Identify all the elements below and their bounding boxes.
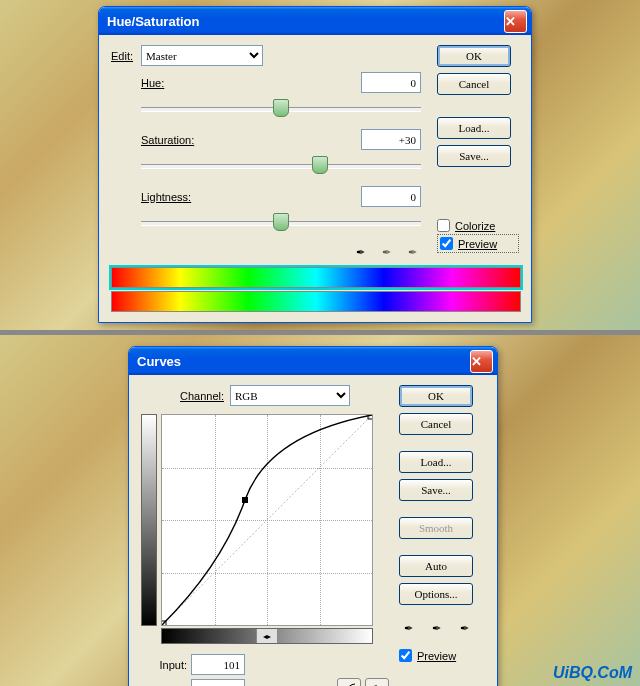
curves-dialog: Curves ✕ Channel: RGB	[128, 346, 498, 686]
lightness-label: Lightness:	[141, 191, 361, 203]
eyedropper-icon[interactable]: ✒	[351, 243, 369, 261]
eyedropper-plus-icon[interactable]: ✒	[377, 243, 395, 261]
options-button[interactable]: Options...	[399, 583, 473, 605]
curves-graph[interactable]	[161, 414, 373, 626]
hue-gradient-bar-2	[111, 291, 521, 312]
dialog-title: Hue/Saturation	[107, 14, 504, 29]
svg-line-0	[162, 415, 372, 625]
pencil-tool-icon[interactable]: ✎	[365, 678, 389, 686]
preview-checkbox-row[interactable]: Preview	[437, 234, 519, 253]
titlebar[interactable]: Hue/Saturation ✕	[99, 7, 531, 35]
input-gradient[interactable]: ◂▸	[161, 628, 373, 644]
close-button[interactable]: ✕	[504, 10, 527, 33]
input-label: Input:	[141, 659, 187, 671]
auto-button[interactable]: Auto	[399, 555, 473, 577]
load-button[interactable]: Load...	[399, 451, 473, 473]
black-point-eyedropper-icon[interactable]: ✒	[399, 619, 417, 637]
colorize-checkbox[interactable]	[437, 219, 450, 232]
preview-checkbox[interactable]	[399, 649, 412, 662]
preview-label: Preview	[458, 238, 497, 250]
save-button[interactable]: Save...	[399, 479, 473, 501]
edit-select[interactable]: Master	[141, 45, 263, 66]
close-button[interactable]: ✕	[470, 350, 493, 373]
colorize-checkbox-row[interactable]: Colorize	[437, 217, 519, 234]
save-button[interactable]: Save...	[437, 145, 511, 167]
input-field[interactable]	[191, 654, 245, 675]
gradient-swap-icon[interactable]: ◂▸	[256, 629, 278, 643]
curve-tool-icon[interactable]	[337, 678, 361, 686]
ok-button[interactable]: OK	[399, 385, 473, 407]
preview-label: Preview	[417, 650, 456, 662]
hue-label: Hue:	[141, 77, 361, 89]
edit-label: Edit:	[111, 50, 133, 62]
ok-button[interactable]: OK	[437, 45, 511, 67]
titlebar[interactable]: Curves ✕	[129, 347, 497, 375]
slider-thumb[interactable]	[273, 213, 289, 231]
eyedropper-minus-icon[interactable]: ✒	[403, 243, 421, 261]
load-button[interactable]: Load...	[437, 117, 511, 139]
hue-slider[interactable]	[141, 99, 421, 119]
saturation-label: Saturation:	[141, 134, 361, 146]
close-icon: ✕	[505, 14, 526, 29]
slider-thumb[interactable]	[312, 156, 328, 174]
preview-checkbox[interactable]	[440, 237, 453, 250]
hue-field[interactable]	[361, 72, 421, 93]
preview-checkbox-row[interactable]: Preview	[399, 647, 485, 664]
dialog-title: Curves	[137, 354, 470, 369]
saturation-slider[interactable]	[141, 156, 421, 176]
channel-label: Channel:	[180, 390, 224, 402]
gray-point-eyedropper-icon[interactable]: ✒	[427, 619, 445, 637]
colorize-label: Colorize	[455, 220, 495, 232]
curve-svg	[162, 415, 372, 625]
output-gradient	[141, 414, 157, 626]
smooth-button: Smooth	[399, 517, 473, 539]
close-icon: ✕	[471, 354, 492, 369]
saturation-field[interactable]	[361, 129, 421, 150]
hue-saturation-dialog: Hue/Saturation ✕ Edit: Master Hue: Satur…	[98, 6, 532, 323]
cancel-button[interactable]: Cancel	[399, 413, 473, 435]
curve-point[interactable]	[242, 497, 248, 503]
channel-select[interactable]: RGB	[230, 385, 350, 406]
slider-thumb[interactable]	[273, 99, 289, 117]
white-point-eyedropper-icon[interactable]: ✒	[455, 619, 473, 637]
cancel-button[interactable]: Cancel	[437, 73, 511, 95]
output-field[interactable]	[191, 679, 245, 686]
hue-gradient-bar	[111, 267, 521, 288]
lightness-field[interactable]	[361, 186, 421, 207]
watermark: UiBQ.CoM	[553, 664, 632, 682]
lightness-slider[interactable]	[141, 213, 421, 233]
